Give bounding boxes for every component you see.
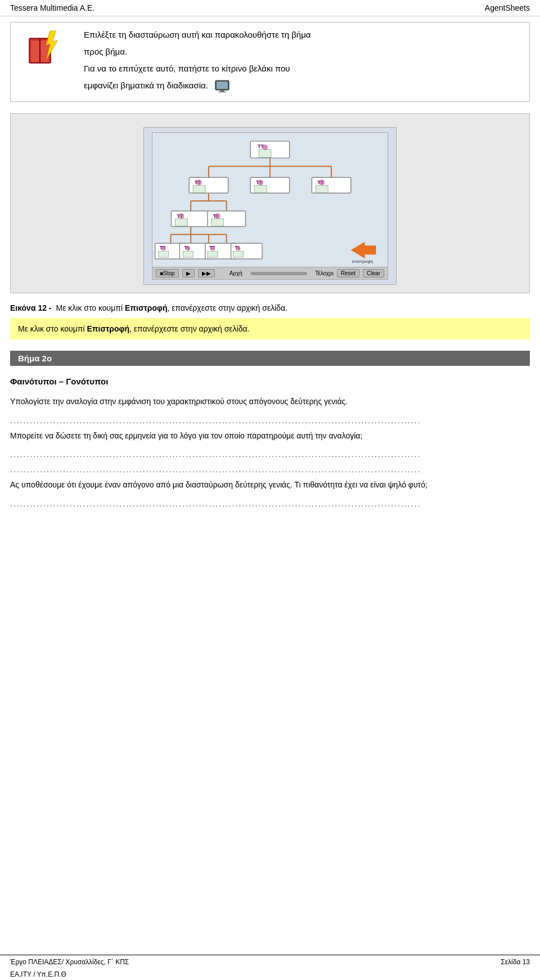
yellow-highlight: Με κλικ στο κουμπί Επιστροφή, επανέρχεστ… bbox=[10, 318, 530, 339]
svg-rect-7 bbox=[218, 92, 226, 92]
dots-1: ........................................… bbox=[10, 414, 530, 428]
svg-point-30 bbox=[196, 180, 202, 185]
genetics-tree: ΤΤ ΤΤ ΤΤ bbox=[152, 132, 388, 267]
svg-point-26 bbox=[262, 145, 268, 150]
svg-point-62 bbox=[236, 246, 241, 250]
page-footer: Έργο ΠΛΕΙΑΔΕΣ/ Χρυσαλλίδες, Γ΄ ΚΠΣ Σελίδ… bbox=[0, 955, 540, 969]
clear-button[interactable]: Clear bbox=[363, 269, 384, 278]
intro-line3: Για να το επιτύχετε αυτό, πατήστε το κίτ… bbox=[84, 62, 524, 75]
dots-2: ........................................… bbox=[10, 448, 530, 462]
svg-rect-49 bbox=[159, 251, 169, 257]
screen-icon bbox=[215, 80, 230, 92]
body-para2: Μπορείτε να δώσετε τη δική σας ερμηνεία … bbox=[10, 429, 530, 443]
svg-point-46 bbox=[215, 213, 220, 219]
caption-full-text: Με κλικ στο κουμπί Επιστροφή, επανέρχεστ… bbox=[18, 324, 250, 333]
toolbar-label-end: Τέλοχρι bbox=[315, 270, 334, 276]
return-arrow-icon[interactable] bbox=[351, 241, 376, 258]
bold-return: Επιστροφή bbox=[125, 303, 168, 312]
node-l4-4: Τt bbox=[231, 243, 263, 259]
svg-rect-6 bbox=[220, 90, 224, 92]
svg-rect-61 bbox=[233, 251, 244, 257]
svg-point-58 bbox=[210, 246, 215, 250]
caption-row: Εικόνα 12 - Με κλικ στο κουμπί Επιστροφή… bbox=[10, 303, 530, 312]
footer-sub: ΕΑ.ΙΤΥ / Υπ.Ε.Π.Θ bbox=[0, 969, 540, 980]
intro-line4: εμφανίζει βηματικά τη διαδικασία. bbox=[84, 79, 524, 92]
step-button[interactable]: ▶▶ bbox=[198, 269, 215, 278]
svg-point-38 bbox=[319, 180, 325, 185]
intro-section: Επιλέξτε τη διασταύρωση αυτή και παρακολ… bbox=[10, 22, 530, 102]
dots-3: ........................................… bbox=[10, 463, 530, 477]
tree-toolbar: ■Stop ▶ ▶▶ Αρχή Τέλοχρι Reset Clear bbox=[152, 267, 388, 280]
company-name: Tessera Multimedia A.E. bbox=[10, 3, 94, 12]
reset-button[interactable]: Reset bbox=[337, 269, 359, 278]
svg-point-54 bbox=[186, 246, 190, 250]
intro-line1: Επιλέξτε τη διασταύρωση αυτή και παρακολ… bbox=[84, 28, 524, 42]
svg-text:επιστροφή: επιστροφή bbox=[352, 259, 373, 264]
node-root: ΤΤ bbox=[250, 141, 289, 158]
node-l3-2: Τt bbox=[208, 211, 245, 227]
svg-rect-25 bbox=[259, 150, 271, 158]
tree-container: ΤΤ ΤΤ ΤΤ bbox=[143, 127, 397, 285]
svg-rect-41 bbox=[175, 219, 187, 226]
node-l2-3: ΤΤ bbox=[312, 177, 350, 193]
play-button[interactable]: ▶ bbox=[182, 269, 195, 278]
node-l2-1: ΤΤ bbox=[189, 177, 228, 193]
page: Tessera Multimedia A.E. AgentSheets Επιλ… bbox=[0, 0, 540, 980]
body-para3: Ας υποθέσουμε ότι έχουμε έναν απόγονο απ… bbox=[10, 478, 530, 492]
svg-rect-53 bbox=[183, 251, 193, 257]
body-para1: Υπολογίστε την αναλογία στην εμφάνιση το… bbox=[10, 395, 530, 409]
toolbar-label-start: Αρχή bbox=[230, 270, 242, 276]
svg-rect-57 bbox=[208, 251, 218, 257]
footer-sub-text: ΕΑ.ΙΤΥ / Υπ.Ε.Π.Θ bbox=[10, 970, 66, 978]
book-icon bbox=[26, 28, 69, 65]
svg-point-34 bbox=[258, 180, 263, 185]
spacer bbox=[0, 517, 540, 955]
footer-right: Σελίδα 13 bbox=[501, 958, 530, 966]
app-name: AgentSheets bbox=[485, 3, 530, 12]
stop-button[interactable]: ■Stop bbox=[156, 269, 179, 278]
dots-4: ........................................… bbox=[10, 497, 530, 511]
icons-area bbox=[16, 28, 78, 65]
diagram-section: ΤΤ ΤΤ ΤΤ bbox=[10, 113, 530, 293]
section-heading: Φαινότυποι – Γονότυποι bbox=[10, 374, 530, 389]
caption-label: Εικόνα 12 - bbox=[10, 303, 52, 312]
svg-rect-5 bbox=[217, 82, 228, 89]
intro-line2: προς βήμα. bbox=[84, 45, 524, 59]
intro-text: Επιλέξτε τη διασταύρωση αυτή και παρακολ… bbox=[78, 28, 524, 96]
node-l2-2: ΤΤ bbox=[250, 177, 289, 193]
svg-point-42 bbox=[178, 213, 184, 219]
svg-rect-33 bbox=[254, 185, 267, 193]
svg-rect-45 bbox=[212, 219, 224, 226]
footer-left: Έργο ΠΛΕΙΑΔΕΣ/ Χρυσαλλίδες, Γ΄ ΚΠΣ bbox=[10, 958, 129, 966]
page-header: Tessera Multimedia A.E. AgentSheets bbox=[0, 0, 540, 16]
step-banner: Βήμα 2ο bbox=[10, 351, 530, 366]
svg-point-50 bbox=[161, 246, 166, 250]
return-bold: Επιστροφή bbox=[87, 324, 129, 333]
svg-rect-29 bbox=[193, 185, 205, 193]
toolbar-slider bbox=[250, 272, 307, 275]
svg-rect-37 bbox=[316, 185, 328, 193]
node-l3-1: ΤΤ bbox=[171, 211, 210, 227]
body-section: Φαινότυποι – Γονότυποι Υπολογίστε την αν… bbox=[10, 374, 530, 512]
caption-text: Με κλικ στο κουμπί Επιστροφή, επανέρχεστ… bbox=[52, 303, 530, 312]
